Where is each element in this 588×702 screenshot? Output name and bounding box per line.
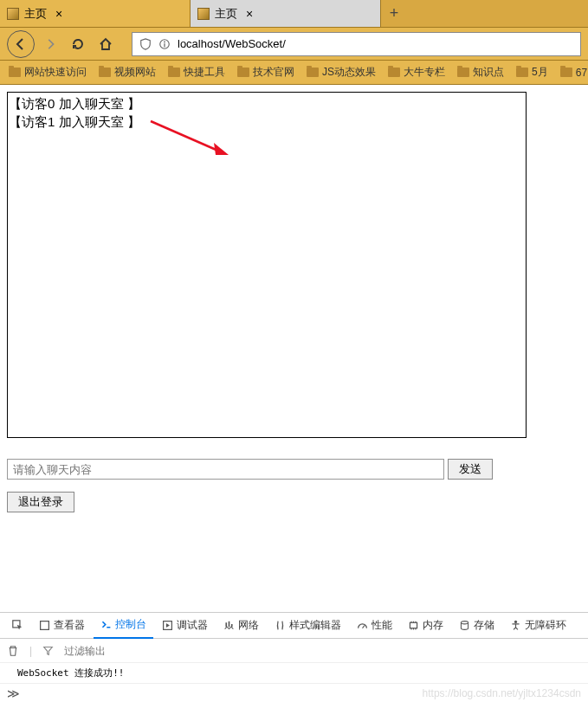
- bookmarks-bar: 网站快速访问 视频网站 快捷工具 技术官网 JS动态效果 大牛专栏 知识点 5月…: [0, 61, 588, 85]
- browser-tab-active[interactable]: 主页 ×: [0, 0, 191, 27]
- devtools-tab-bar: 查看器 控制台 调试器 网络 样式编辑器 性能 内存 存储: [0, 613, 588, 639]
- reload-button[interactable]: [66, 32, 90, 56]
- svg-rect-8: [410, 622, 417, 628]
- watermark: https://blog.csdn.net/yjltx1234csdn: [423, 687, 581, 699]
- console-toolbar: |: [0, 639, 588, 663]
- chat-display-area: 【访客0 加入聊天室 】 【访客1 加入聊天室 】: [7, 92, 527, 438]
- new-tab-button[interactable]: +: [381, 0, 407, 27]
- devtools-tab-memory[interactable]: 内存: [401, 613, 450, 639]
- folder-icon: [99, 68, 111, 77]
- page-icon: [197, 8, 210, 20]
- svg-point-10: [514, 621, 517, 623]
- bookmark-item[interactable]: 视频网站: [99, 65, 156, 80]
- filter-icon[interactable]: [42, 645, 54, 656]
- bookmark-item[interactable]: 67: [560, 67, 587, 79]
- navigation-toolbar: localhost/WebSocket/: [0, 28, 588, 61]
- logout-button[interactable]: 退出登录: [7, 492, 74, 512]
- devtools-panel: 查看器 控制台 调试器 网络 样式编辑器 性能 内存 存储: [0, 612, 588, 702]
- svg-point-1: [164, 41, 165, 42]
- chat-input[interactable]: [7, 459, 444, 480]
- info-icon[interactable]: [158, 38, 171, 50]
- logout-row: 退出登录: [7, 492, 581, 512]
- console-message: WebSocket 连接成功!!: [17, 667, 124, 679]
- console-output: WebSocket 连接成功!!: [0, 663, 588, 683]
- devtools-tab-performance[interactable]: 性能: [350, 613, 399, 639]
- accessibility-icon: [510, 620, 521, 631]
- svg-rect-6: [41, 621, 49, 630]
- browser-tab-bar: 主页 × 主页 × +: [0, 0, 588, 28]
- shield-icon[interactable]: [139, 38, 152, 50]
- folder-icon: [9, 68, 21, 77]
- tab-title: 主页: [24, 6, 47, 22]
- address-bar[interactable]: localhost/WebSocket/: [132, 32, 581, 56]
- element-picker-icon: [12, 620, 23, 631]
- bookmark-item[interactable]: 大牛专栏: [388, 65, 445, 80]
- style-editor-icon: [275, 620, 286, 631]
- devtools-tab-network[interactable]: 网络: [216, 613, 266, 639]
- url-text: localhost/WebSocket/: [178, 37, 573, 50]
- chat-message: 【访客1 加入聊天室 】: [9, 113, 525, 131]
- devtools-tab-styleeditor[interactable]: 样式编辑器: [268, 613, 348, 639]
- back-button[interactable]: [7, 30, 35, 58]
- trash-icon[interactable]: [7, 645, 19, 657]
- folder-icon: [516, 68, 528, 77]
- folder-icon: [457, 68, 469, 77]
- bookmark-item[interactable]: 快捷工具: [168, 65, 225, 80]
- browser-tab[interactable]: 主页 ×: [191, 0, 381, 27]
- devtools-picker-button[interactable]: [5, 613, 30, 639]
- svg-point-9: [461, 621, 468, 624]
- devtools-tab-console[interactable]: 控制台: [94, 613, 153, 639]
- folder-icon: [388, 68, 400, 77]
- home-button[interactable]: [94, 32, 118, 56]
- annotation-arrow-icon: [146, 117, 233, 160]
- storage-icon: [459, 620, 470, 631]
- close-icon[interactable]: ×: [52, 7, 66, 21]
- inspector-icon: [39, 620, 50, 631]
- svg-marker-4: [214, 143, 229, 155]
- devtools-tab-debugger[interactable]: 调试器: [155, 613, 215, 639]
- folder-icon: [560, 68, 572, 77]
- debugger-icon: [162, 620, 173, 631]
- bookmark-item[interactable]: 网站快速访问: [9, 65, 87, 80]
- bookmark-item[interactable]: 5月: [516, 65, 548, 80]
- page-icon: [7, 8, 19, 20]
- folder-icon: [307, 68, 319, 77]
- devtools-tab-inspector[interactable]: 查看器: [32, 613, 92, 639]
- devtools-tab-storage[interactable]: 存储: [452, 613, 501, 639]
- folder-icon: [237, 68, 249, 77]
- chat-input-row: 发送: [7, 459, 581, 480]
- bookmark-item[interactable]: 技术官网: [237, 65, 294, 80]
- network-icon: [223, 620, 235, 631]
- console-icon: [100, 619, 112, 630]
- close-icon[interactable]: ×: [242, 7, 256, 21]
- bookmark-item[interactable]: 知识点: [457, 65, 504, 80]
- console-filter-input[interactable]: [64, 645, 581, 657]
- forward-button[interactable]: [38, 32, 62, 56]
- svg-rect-2: [164, 43, 165, 47]
- performance-icon: [357, 620, 368, 631]
- memory-icon: [408, 620, 419, 631]
- page-content: 【访客0 加入聊天室 】 【访客1 加入聊天室 】 发送 退出登录: [0, 85, 588, 519]
- devtools-tab-accessibility[interactable]: 无障碍环: [503, 613, 573, 639]
- folder-icon: [168, 68, 180, 77]
- send-button[interactable]: 发送: [448, 459, 493, 480]
- tab-title: 主页: [215, 6, 237, 22]
- svg-line-3: [151, 121, 220, 151]
- bookmark-item[interactable]: JS动态效果: [307, 65, 376, 80]
- devtools-footer: ≫ https://blog.csdn.net/yjltx1234csdn: [0, 683, 588, 702]
- console-toggle-icon[interactable]: ≫: [7, 686, 20, 700]
- chat-message: 【访客0 加入聊天室 】: [9, 94, 525, 113]
